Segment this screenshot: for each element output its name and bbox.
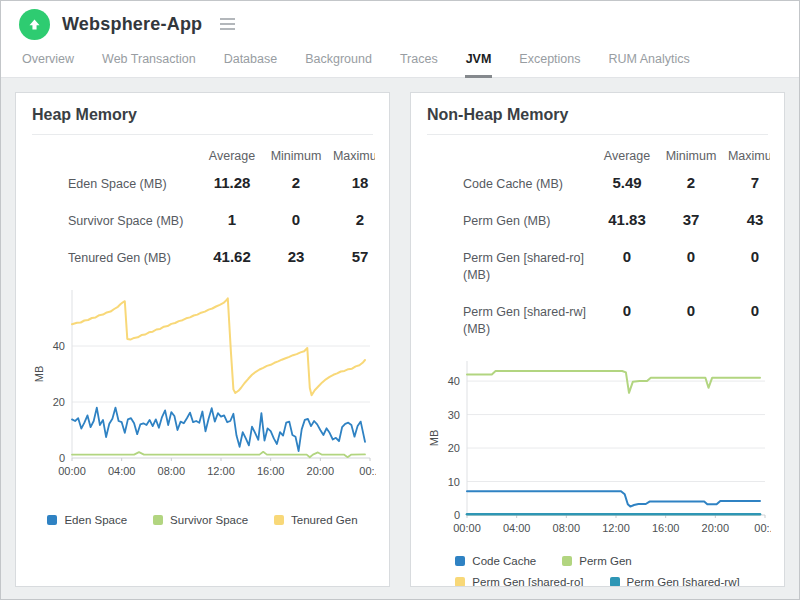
legend-swatch-icon: [455, 556, 465, 566]
metric-average: 41.62: [200, 248, 264, 265]
legend-row: Perm Gen [shared-ro]Perm Gen [shared-rw]: [455, 576, 739, 587]
svg-text:08:00: 08:00: [553, 522, 581, 534]
metric-minimum: 2: [659, 174, 723, 191]
legend-label: Code Cache: [472, 555, 536, 567]
metric-minimum: 0: [659, 248, 723, 265]
jvm-dashboard: Heap Memory AverageMinimumMaximumEden Sp…: [1, 78, 799, 599]
svg-text:MB: MB: [33, 366, 45, 383]
tab-jvm[interactable]: JVM: [465, 46, 493, 78]
legend-item[interactable]: Tenured Gen: [274, 514, 358, 526]
heap-memory-panel: Heap Memory AverageMinimumMaximumEden Sp…: [15, 92, 390, 587]
svg-text:00:00: 00:00: [58, 465, 86, 477]
table-row: Code Cache (MB)5.4927: [427, 165, 770, 202]
legend-swatch-icon: [562, 556, 572, 566]
column-header: Minimum: [264, 149, 328, 163]
legend-swatch-icon: [455, 577, 465, 587]
svg-text:MB: MB: [428, 430, 440, 447]
svg-text:16:00: 16:00: [257, 465, 285, 477]
svg-text:00:..: 00:..: [754, 522, 771, 534]
svg-text:0: 0: [454, 509, 460, 521]
svg-text:08:00: 08:00: [158, 465, 186, 477]
metric-average: 1: [200, 211, 264, 228]
svg-text:00:..: 00:..: [359, 465, 376, 477]
svg-text:30: 30: [448, 409, 460, 421]
metric-maximum: 57: [328, 248, 375, 265]
line-chart-svg: 0204000:0004:0008:0012:0016:0020:0000:..…: [32, 284, 376, 480]
tab-traces[interactable]: Traces: [399, 46, 439, 78]
table-header-row: AverageMinimumMaximum: [427, 143, 770, 165]
legend-label: Perm Gen: [579, 555, 631, 567]
legend-item[interactable]: Survivor Space: [153, 514, 248, 526]
column-header: Average: [595, 149, 659, 163]
app-window: Websphere-App OverviewWeb TransactionDat…: [0, 0, 800, 600]
tab-database[interactable]: Database: [223, 46, 279, 78]
table-header-row: AverageMinimumMaximum: [32, 143, 375, 165]
legend-label: Eden Space: [64, 514, 127, 526]
svg-text:40: 40: [53, 340, 65, 352]
legend-item[interactable]: Perm Gen: [562, 555, 631, 567]
metric-maximum: 43: [723, 211, 770, 228]
heap-memory-table: AverageMinimumMaximumEden Space (MB)11.2…: [32, 143, 375, 276]
legend-swatch-icon: [610, 577, 620, 587]
metric-average: 41.83: [595, 211, 659, 228]
series-eden-space: [72, 408, 365, 451]
column-header: Maximum: [328, 149, 375, 163]
line-chart-svg: 01020304000:0004:0008:0012:0016:0020:000…: [427, 355, 771, 537]
metric-label: Perm Gen (MB): [427, 211, 595, 230]
series-perm-gen: [467, 371, 760, 393]
svg-text:40: 40: [448, 375, 460, 387]
table-row: Perm Gen [shared-rw](MB)000: [427, 293, 770, 347]
svg-text:20:00: 20:00: [307, 465, 335, 477]
metric-label: Code Cache (MB): [427, 174, 595, 193]
column-header: Average: [200, 149, 264, 163]
tab-exceptions[interactable]: Exceptions: [518, 46, 581, 78]
svg-text:16:00: 16:00: [652, 522, 680, 534]
tab-background[interactable]: Background: [304, 46, 373, 78]
tab-web-transaction[interactable]: Web Transaction: [101, 46, 197, 78]
column-header-spacer: [427, 149, 595, 151]
svg-text:12:00: 12:00: [602, 522, 630, 534]
metric-maximum: 0: [723, 302, 770, 319]
divider: [427, 134, 768, 135]
non-heap-memory-chart: 01020304000:0004:0008:0012:0016:0020:000…: [427, 355, 768, 541]
svg-text:10: 10: [448, 476, 460, 488]
metric-minimum: 23: [264, 248, 328, 265]
svg-text:0: 0: [59, 452, 65, 464]
svg-text:04:00: 04:00: [503, 522, 531, 534]
series-tenured-gen: [72, 298, 365, 395]
column-header: Maximum: [723, 149, 770, 163]
metric-minimum: 37: [659, 211, 723, 228]
metric-average: 0: [595, 248, 659, 265]
table-row: Survivor Space (MB)102: [32, 202, 375, 239]
column-header: Minimum: [659, 149, 723, 163]
column-header-spacer: [32, 149, 200, 151]
table-row: Perm Gen (MB)41.833743: [427, 202, 770, 239]
legend-swatch-icon: [153, 515, 163, 525]
legend-item[interactable]: Eden Space: [47, 514, 127, 526]
svg-text:00:00: 00:00: [453, 522, 481, 534]
app-status-icon: [19, 9, 50, 40]
legend-row: Eden SpaceSurvivor SpaceTenured Gen: [47, 514, 357, 526]
panel-title: Non-Heap Memory: [427, 106, 768, 134]
metric-label: Tenured Gen (MB): [32, 248, 200, 267]
legend-item[interactable]: Perm Gen [shared-ro]: [455, 576, 583, 587]
metric-minimum: 0: [264, 211, 328, 228]
table-row: Eden Space (MB)11.28218: [32, 165, 375, 202]
hamburger-menu-icon[interactable]: [218, 15, 237, 33]
heap-chart-legend: Eden SpaceSurvivor SpaceTenured Gen: [47, 514, 357, 526]
metric-label: Survivor Space (MB): [32, 211, 200, 230]
legend-swatch-icon: [47, 515, 57, 525]
metric-maximum: 2: [328, 211, 375, 228]
legend-item[interactable]: Perm Gen [shared-rw]: [610, 576, 740, 587]
metric-minimum: 0: [659, 302, 723, 319]
legend-label: Survivor Space: [170, 514, 248, 526]
tab-overview[interactable]: Overview: [21, 46, 75, 78]
metric-label: Perm Gen [shared-rw](MB): [427, 302, 595, 338]
legend-item[interactable]: Code Cache: [455, 555, 536, 567]
non-heap-chart-legend: Code CachePerm GenPerm Gen [shared-ro]Pe…: [455, 555, 739, 587]
tab-rum-analytics[interactable]: RUM Analytics: [608, 46, 691, 78]
table-row: Tenured Gen (MB)41.622357: [32, 239, 375, 276]
legend-row: Code CachePerm Gen: [455, 555, 631, 567]
metric-maximum: 18: [328, 174, 375, 191]
svg-text:04:00: 04:00: [108, 465, 136, 477]
